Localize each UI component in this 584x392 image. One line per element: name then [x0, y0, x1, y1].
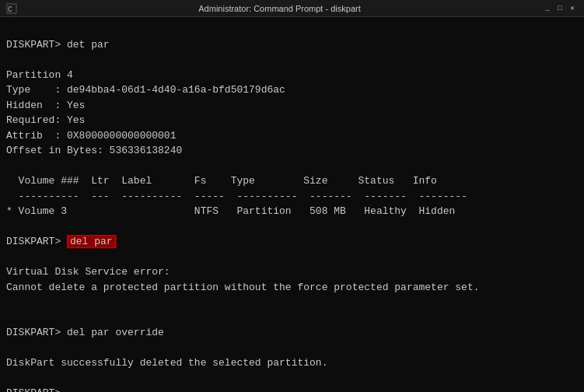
terminal-line: Hidden : Yes — [6, 98, 578, 114]
prompt-text: DISKPART> — [6, 39, 67, 51]
close-button[interactable]: ✕ — [567, 3, 578, 14]
empty-line — [6, 52, 578, 68]
empty-line — [6, 159, 578, 174]
prompt-line: DISKPART> det par — [6, 37, 578, 53]
empty-line — [6, 371, 578, 387]
terminal-line: DiskPart successfully deleted the select… — [6, 355, 578, 371]
command-text: det par — [67, 39, 110, 51]
terminal-body: DISKPART> det parPartition 4Type : de94b… — [0, 17, 584, 392]
terminal-line: Attrib : 0X8000000000000001 — [6, 128, 578, 144]
terminal-line: Partition 4 — [6, 68, 578, 83]
terminal-line: ---------- --- ---------- ----- --------… — [6, 189, 578, 205]
command-text: del par override — [67, 327, 164, 338]
title-bar-controls: _ □ ✕ — [542, 3, 578, 14]
svg-text:C: C — [8, 5, 12, 14]
command-text: del par — [67, 235, 116, 248]
title-bar-text: Administrator: Command Prompt - diskpart — [22, 4, 537, 13]
empty-line — [6, 250, 578, 265]
terminal-line: Volume ### Ltr Label Fs Type Size Status… — [6, 173, 578, 189]
prompt-only-line: DISKPART> — [6, 386, 578, 392]
terminal-line: Cannot delete a protected partition with… — [6, 280, 578, 296]
terminal-line: Virtual Disk Service error: — [6, 264, 578, 280]
terminal-line: Offset in Bytes: 536336138240 — [6, 143, 578, 159]
terminal-line: * Volume 3 NTFS Partition 508 MB Healthy… — [6, 204, 578, 219]
terminal-line: Type : de94bba4-06d1-4d40-a16a-bfd50179d… — [6, 82, 578, 98]
prompt-line: DISKPART> del par override — [6, 325, 578, 341]
prompt-text: DISKPART> — [6, 236, 67, 247]
empty-line — [6, 219, 578, 235]
minimize-button[interactable]: _ — [542, 3, 553, 14]
empty-line — [6, 341, 578, 356]
prompt-text: DISKPART> — [6, 327, 67, 338]
prompt-line: DISKPART> del par — [6, 234, 578, 250]
empty-line — [6, 295, 578, 310]
maximize-button[interactable]: □ — [554, 3, 565, 14]
title-bar: C Administrator: Command Prompt - diskpa… — [0, 0, 584, 17]
empty-line — [6, 310, 578, 326]
prompt-text: DISKPART> — [6, 387, 67, 392]
title-bar-icon: C — [6, 3, 17, 14]
terminal-line: Required: Yes — [6, 113, 578, 128]
